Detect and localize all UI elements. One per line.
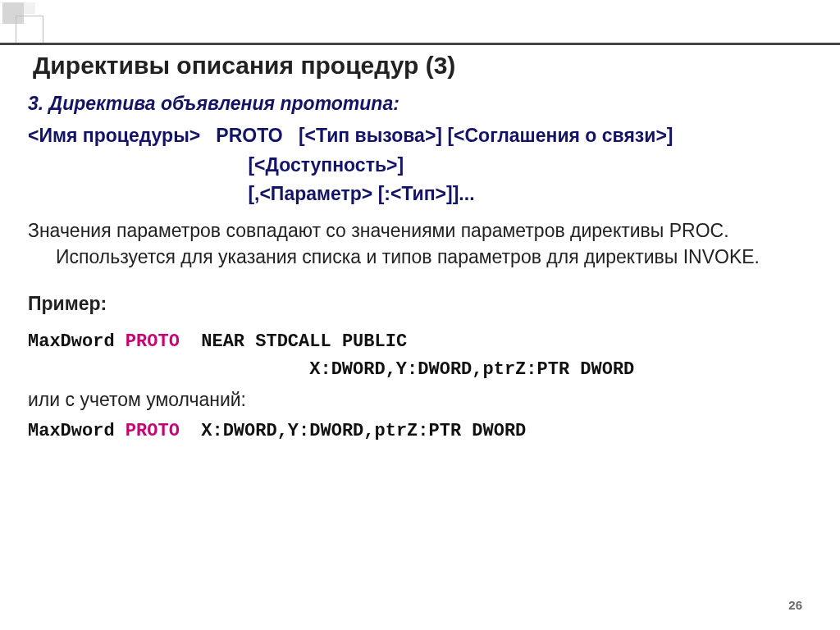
syntax-line-3: [,<Параметр> [:<Тип>]]... bbox=[28, 183, 475, 204]
page-number: 26 bbox=[788, 598, 802, 612]
syntax-block: <Имя процедуры> PROTO [<Тип вызова>] [<С… bbox=[28, 121, 812, 209]
keyword-proto: PROTO bbox=[126, 331, 180, 352]
between-text: или с учетом умолчаний: bbox=[28, 389, 812, 411]
slide-title: Директивы описания процедур (3) bbox=[33, 52, 812, 80]
code-example-2: MaxDword PROTO X:DWORD,Y:DWORD,ptrZ:PTR … bbox=[28, 418, 812, 445]
example-label: Пример: bbox=[28, 293, 812, 315]
section-subhead: 3. Директива объявления прототипа: bbox=[28, 93, 812, 115]
syntax-line-1: <Имя процедуры> PROTO [<Тип вызова>] [<С… bbox=[28, 125, 673, 146]
code-example-1-line2: X:DWORD,Y:DWORD,ptrZ:PTR DWORD bbox=[28, 359, 634, 380]
keyword-proto: PROTO bbox=[126, 421, 180, 441]
syntax-line-2: [<Доступность>] bbox=[28, 154, 404, 176]
code-example-1: MaxDword PROTO NEAR STDCALL PUBLIC X:DWO… bbox=[28, 328, 812, 384]
body-paragraph: Значения параметров совпадают со значени… bbox=[28, 217, 812, 270]
corner-decoration bbox=[0, 0, 82, 46]
slide-content: Директивы описания процедур (3) 3. Дирек… bbox=[0, 45, 840, 630]
